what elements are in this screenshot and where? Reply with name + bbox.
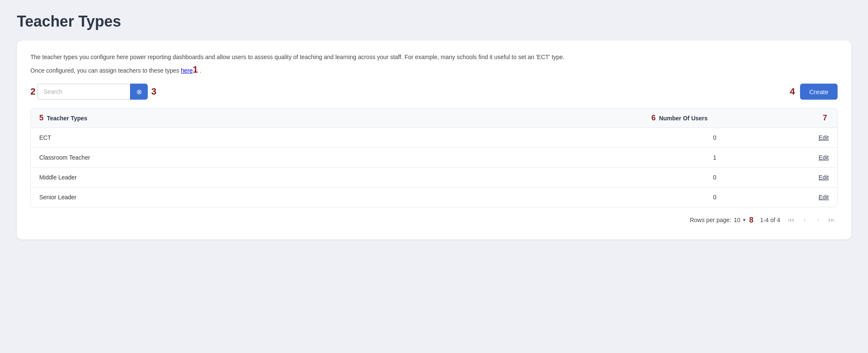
main-card: The teacher types you configure here pow…	[17, 41, 851, 239]
table-header: 5 Teacher Types 6 Number Of Users 7	[31, 109, 837, 128]
edit-link-0[interactable]: Edit	[819, 134, 829, 141]
create-button[interactable]: Create	[800, 84, 838, 100]
info-line2-prefix: Once configured, you can assign teachers…	[30, 67, 181, 74]
toolbar: 2 ⊗ 3 4 Create	[30, 84, 838, 100]
badge-6: 6	[651, 114, 656, 122]
page-info: 1-4 of 4	[760, 217, 780, 223]
cell-action-3: Edit	[778, 193, 829, 201]
col-header-count: 6 Number Of Users	[651, 114, 778, 122]
cell-type-2: Middle Leader	[39, 174, 651, 181]
rows-per-page-label: Rows per page:	[690, 217, 731, 223]
rows-per-page: Rows per page: 10 ▼ 8	[690, 216, 755, 225]
col-header-type: 5 Teacher Types	[39, 114, 651, 122]
teacher-types-table: 5 Teacher Types 6 Number Of Users 7 ECT …	[30, 108, 838, 207]
table-row: Senior Leader 0 Edit	[31, 187, 837, 207]
pagination: Rows per page: 10 ▼ 8 1-4 of 4 ⏮ ‹ › ⏭	[30, 214, 838, 226]
search-wrapper: 2 ⊗ 3	[30, 84, 158, 100]
clear-search-button[interactable]: ⊗	[130, 84, 148, 100]
cell-count-1: 1	[651, 154, 778, 161]
table-row: Classroom Teacher 1 Edit	[31, 148, 837, 168]
edit-link-1[interactable]: Edit	[819, 154, 829, 161]
table-row: ECT 0 Edit	[31, 128, 837, 148]
table-row: Middle Leader 0 Edit	[31, 168, 837, 187]
badge-8: 8	[749, 216, 754, 225]
rows-per-page-value: 10	[734, 217, 741, 223]
cell-action-1: Edit	[778, 154, 829, 161]
clear-icon: ⊗	[136, 88, 142, 96]
badge-2: 2	[30, 86, 35, 97]
first-page-button[interactable]: ⏮	[785, 214, 797, 226]
last-page-button[interactable]: ⏭	[826, 214, 838, 226]
cell-type-1: Classroom Teacher	[39, 154, 651, 161]
chevron-down-icon: ▼	[742, 217, 747, 223]
here-link[interactable]: here	[181, 67, 193, 74]
badge-7: 7	[823, 114, 827, 122]
badge-1: 1	[193, 64, 198, 75]
table-body: ECT 0 Edit Classroom Teacher 1 Edit Midd…	[31, 128, 837, 207]
col-header-action: 7	[778, 114, 829, 122]
search-input[interactable]	[37, 84, 130, 100]
info-line1: The teacher types you configure here pow…	[30, 52, 838, 62]
badge-4: 4	[790, 86, 795, 97]
cell-count-3: 0	[651, 194, 778, 201]
edit-link-3[interactable]: Edit	[819, 194, 829, 201]
page-nav: ⏮ ‹ › ⏭	[785, 214, 838, 226]
cell-count-0: 0	[651, 134, 778, 141]
badge-5: 5	[39, 114, 43, 122]
badge-3: 3	[151, 86, 156, 97]
next-page-button[interactable]: ›	[812, 214, 824, 226]
page-title: Teacher Types	[17, 13, 851, 30]
prev-page-button[interactable]: ‹	[799, 214, 811, 226]
cell-count-2: 0	[651, 174, 778, 181]
cell-action-2: Edit	[778, 174, 829, 181]
cell-type-0: ECT	[39, 134, 651, 141]
cell-action-0: Edit	[778, 134, 829, 141]
info-line2: Once configured, you can assign teachers…	[30, 64, 838, 75]
edit-link-2[interactable]: Edit	[819, 174, 829, 181]
cell-type-3: Senior Leader	[39, 194, 651, 201]
rows-per-page-select[interactable]: 10 ▼	[734, 217, 746, 223]
